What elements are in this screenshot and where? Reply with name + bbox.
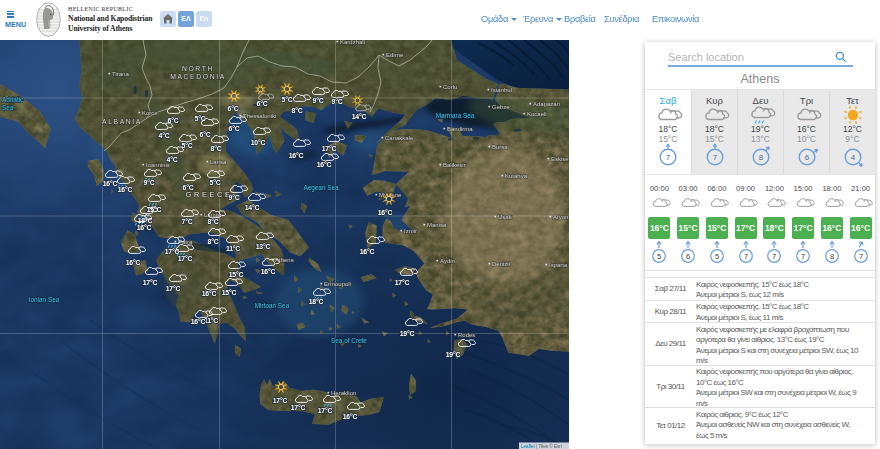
- svg-text:5: 5: [657, 252, 661, 261]
- svg-text:8: 8: [830, 252, 834, 261]
- svg-text:Adapazari: Adapazari: [533, 101, 560, 107]
- svg-text:11°C: 11°C: [226, 245, 240, 252]
- svg-text:Aydin: Aydin: [440, 258, 455, 264]
- svg-text:ALBANIA: ALBANIA: [102, 118, 142, 125]
- svg-text:Bursa: Bursa: [492, 144, 508, 150]
- svg-text:6°C: 6°C: [257, 100, 268, 107]
- svg-text:6: 6: [686, 252, 690, 261]
- svg-text:9°C: 9°C: [332, 98, 343, 105]
- svg-text:17°C: 17°C: [395, 279, 410, 286]
- svg-text:9°C: 9°C: [313, 97, 324, 104]
- svg-text:Ionian Sea: Ionian Sea: [29, 296, 60, 303]
- svg-text:19°C: 19°C: [446, 351, 461, 358]
- svg-text:16°C: 16°C: [118, 186, 133, 193]
- svg-text:8: 8: [759, 153, 764, 162]
- svg-text:16°C: 16°C: [191, 318, 206, 325]
- svg-text:17°C: 17°C: [273, 397, 288, 404]
- svg-text:5°C: 5°C: [182, 142, 193, 149]
- svg-text:Afyon: Afyon: [553, 214, 568, 220]
- svg-text:4: 4: [851, 153, 856, 162]
- svg-text:8°C: 8°C: [211, 145, 222, 152]
- svg-text:16°C: 16°C: [103, 180, 118, 187]
- svg-text:Istanbul: Istanbul: [491, 87, 512, 93]
- svg-text:Manisa: Manisa: [427, 222, 447, 228]
- svg-text:Sea of Crete: Sea of Crete: [331, 337, 367, 344]
- svg-text:11°C: 11°C: [204, 317, 218, 324]
- svg-text:6°C: 6°C: [229, 125, 240, 132]
- svg-text:13°C: 13°C: [256, 243, 271, 250]
- svg-text:16°C: 16°C: [137, 224, 152, 231]
- svg-text:7: 7: [772, 252, 776, 261]
- svg-text:6°C: 6°C: [183, 184, 194, 191]
- svg-text:Ermoupoli: Ermoupoli: [324, 281, 351, 287]
- svg-text:7°C: 7°C: [182, 218, 193, 225]
- svg-text:18°C: 18°C: [309, 298, 324, 305]
- svg-text:5°C: 5°C: [282, 96, 293, 103]
- svg-text:5°C: 5°C: [195, 115, 206, 122]
- svg-text:15°C: 15°C: [229, 271, 244, 278]
- svg-text:Rodes: Rodes: [458, 332, 475, 338]
- svg-text:15°C: 15°C: [222, 289, 237, 296]
- svg-text:17°C: 17°C: [291, 404, 306, 411]
- svg-text:14°C: 14°C: [245, 204, 260, 211]
- svg-text:NORTH: NORTH: [182, 65, 214, 72]
- svg-text:17°C: 17°C: [318, 407, 333, 414]
- svg-text:16°C: 16°C: [126, 259, 141, 266]
- svg-text:5: 5: [715, 252, 719, 261]
- svg-text:8°C: 8°C: [208, 238, 219, 245]
- svg-text:Athens: Athens: [275, 257, 294, 263]
- svg-text:8°C: 8°C: [208, 218, 219, 225]
- svg-text:Tirana: Tirana: [112, 71, 129, 77]
- svg-text:16°C: 16°C: [378, 209, 393, 216]
- svg-text:Aegean Sea: Aegean Sea: [303, 184, 339, 192]
- svg-text:Kocaeli: Kocaeli: [527, 111, 547, 117]
- svg-text:Bandirma: Bandirma: [447, 126, 473, 132]
- svg-text:19°C: 19°C: [400, 330, 415, 337]
- svg-text:6°C: 6°C: [228, 105, 239, 112]
- svg-text:Marmara Sea: Marmara Sea: [436, 112, 475, 119]
- svg-text:Eskisehir: Eskisehir: [551, 156, 569, 162]
- svg-text:4°C: 4°C: [159, 132, 170, 139]
- svg-text:7: 7: [801, 252, 805, 261]
- svg-text:7: 7: [744, 252, 748, 261]
- svg-text:Leaflet | Tiles © Esri: Leaflet | Tiles © Esri: [521, 443, 562, 449]
- svg-text:17°C: 17°C: [143, 279, 158, 286]
- svg-text:9°C: 9°C: [144, 179, 155, 186]
- svg-text:7: 7: [666, 153, 671, 162]
- svg-text:Denizli: Denizli: [492, 261, 510, 267]
- svg-text:Corlu: Corlu: [443, 84, 457, 90]
- svg-text:8°C: 8°C: [292, 107, 303, 114]
- svg-text:Kutahya: Kutahya: [505, 173, 528, 179]
- svg-text:Usak: Usak: [498, 214, 513, 220]
- svg-text:Larisa: Larisa: [210, 159, 227, 165]
- svg-text:16°C: 16°C: [343, 413, 358, 420]
- svg-text:Korce: Korce: [142, 110, 158, 116]
- svg-text:16°C: 16°C: [360, 248, 375, 255]
- svg-text:6°C: 6°C: [200, 131, 211, 138]
- svg-text:16°C: 16°C: [289, 152, 304, 159]
- svg-text:Izmir: Izmir: [404, 228, 417, 234]
- svg-text:17°C: 17°C: [322, 145, 337, 152]
- svg-text:4°C: 4°C: [167, 156, 178, 163]
- svg-text:6: 6: [805, 153, 810, 162]
- svg-text:10°C: 10°C: [251, 139, 266, 146]
- svg-text:Thessaloniki: Thessaloniki: [243, 113, 276, 119]
- svg-text:16°C: 16°C: [202, 290, 217, 297]
- svg-text:Sea: Sea: [2, 104, 14, 111]
- svg-text:7: 7: [713, 153, 718, 162]
- svg-text:Adriatic: Adriatic: [2, 96, 24, 103]
- svg-text:9°C: 9°C: [229, 194, 240, 201]
- svg-text:16°C: 16°C: [317, 161, 332, 168]
- svg-text:14°C: 14°C: [352, 113, 367, 120]
- svg-text:Edirne: Edirne: [386, 52, 404, 58]
- svg-text:5°C: 5°C: [210, 179, 221, 186]
- svg-text:7: 7: [859, 252, 863, 261]
- svg-text:Canakkale: Canakkale: [385, 135, 414, 141]
- svg-text:Balikesir: Balikesir: [443, 162, 466, 168]
- svg-text:MACEDONIA: MACEDONIA: [170, 73, 226, 80]
- svg-text:Mirtoan Sea: Mirtoan Sea: [255, 302, 290, 309]
- svg-text:Gebze: Gebze: [492, 104, 510, 110]
- svg-text:16°C: 16°C: [261, 268, 276, 275]
- svg-text:Kardzhali: Kardzhali: [340, 40, 365, 45]
- svg-text:18°C: 18°C: [138, 217, 153, 224]
